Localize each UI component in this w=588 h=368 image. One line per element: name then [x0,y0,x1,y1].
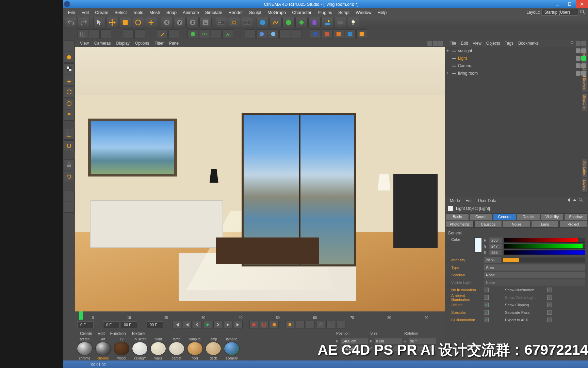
viewmenu-display[interactable]: Display [113,40,132,46]
material-chrome[interactable]: chrome [76,342,94,360]
cb-Show-Illumination[interactable]: ✓ [547,288,552,292]
text-icon[interactable]: A [222,29,233,39]
object-sunlight[interactable]: +sunlight [445,47,588,55]
world-axis-icon[interactable]: L [199,17,212,28]
attrtab-coord[interactable]: Coord. [470,213,493,220]
attrtab-noise[interactable]: Noise [503,221,530,228]
end-frame-field[interactable]: 90 F [147,321,163,328]
shader4-icon[interactable] [345,29,356,39]
sphere-green-icon[interactable] [187,29,198,39]
viewmenu-filter[interactable]: Filter [152,40,166,46]
sidetab-attributes[interactable]: Attributes [582,159,587,178]
render-region-icon[interactable] [228,17,240,28]
sidetab-layers[interactable]: Layers [582,178,587,193]
bevel-icon[interactable] [100,29,111,39]
shader1-icon[interactable] [310,29,321,39]
material-chrome[interactable]: chrome [94,342,112,360]
bucket-icon[interactable] [168,29,179,39]
color-swatch[interactable] [474,237,482,252]
key-pla-icon[interactable] [326,321,335,329]
viewmenu-view[interactable]: View [77,40,92,46]
menu-select[interactable]: Select [111,9,130,16]
magnet-icon[interactable] [64,140,75,151]
attrtab-shadow[interactable]: Shadow [564,213,587,220]
color-b-field[interactable]: 255 [489,250,502,255]
menu-help[interactable]: Help [375,9,390,16]
edge-mode-icon[interactable] [64,98,75,109]
menu-plugins[interactable]: Plugins [314,9,335,16]
cb-No-Illumination[interactable] [484,288,489,292]
menu-tools[interactable]: Tools [130,9,146,16]
enable-switch[interactable] [448,206,453,211]
attrtab-lens[interactable]: Lens [531,221,559,228]
cube-icon[interactable] [257,17,269,28]
cb-Export-to-AFX[interactable] [547,318,552,322]
attrmenu-user-data[interactable]: User Data [475,198,499,204]
attrtab-photometric[interactable]: Photometric [446,221,474,228]
shader2-icon[interactable] [322,29,332,39]
cb-GI-Illumination[interactable]: ✓ [484,318,489,322]
camera-icon[interactable] [334,17,346,28]
cb-Ambient-Illumination[interactable]: ✓ [484,295,489,300]
material-walls[interactable]: walls [149,342,167,360]
objmenu-bookmarks[interactable]: Bookmarks [516,40,541,46]
cur-frame-field[interactable]: 00 F [121,321,137,328]
attrtab-details[interactable]: Details [517,213,540,220]
matmenu-texture[interactable]: Texture [129,331,147,337]
polygon-mode-icon[interactable] [64,110,75,121]
workplane-icon[interactable] [64,75,75,86]
key-rot-icon[interactable] [306,321,315,329]
subdivide-icon[interactable] [77,29,88,39]
material-wood[interactable]: wood [113,342,130,360]
maximize-button[interactable] [564,0,576,8]
recent-tool-icon[interactable] [145,17,157,28]
menu-file[interactable]: File [65,9,78,16]
viewmenu-options[interactable]: Options [132,40,152,46]
rotate-tool-icon[interactable] [132,17,144,28]
material-scenery[interactable]: scenery [223,342,241,360]
next-frame-icon[interactable] [213,321,222,329]
step-back-icon[interactable] [183,321,192,329]
menu-animate[interactable]: Animate [180,9,202,16]
menu-snap[interactable]: Snap [163,9,180,16]
material-carpet[interactable]: carpet [168,342,185,360]
objmenu-objects[interactable]: Objects [484,40,503,46]
mat2-icon[interactable] [256,29,267,39]
attr-search-icon[interactable] [578,198,583,204]
cb-Separate-Pass[interactable] [547,310,552,315]
color-g-slider[interactable] [504,244,585,249]
object-tree[interactable]: ObjectsContent BrowserStructure +sunligh… [445,47,588,197]
attrtab-general[interactable]: General [493,213,516,220]
shader5-icon[interactable] [356,29,367,39]
material-floor[interactable]: floor [186,342,204,360]
menu-create[interactable]: Create [92,9,111,16]
color-r-field[interactable]: 233 [489,237,502,243]
cb-Specular[interactable]: ✓ [484,310,489,315]
light-icon[interactable] [347,17,359,28]
menu-script[interactable]: Script [335,9,353,16]
om-filter-icon[interactable] [581,41,586,46]
material-ceiling/f[interactable]: ceiling/f [131,342,149,360]
lock-icon[interactable] [64,159,75,170]
select-tool-icon[interactable] [93,17,105,28]
key-scale-icon[interactable] [296,321,305,329]
menu-render[interactable]: Render [225,9,246,16]
mat3-icon[interactable] [268,29,279,39]
attrmenu-mode[interactable]: Mode [447,198,463,204]
render-view-icon[interactable] [215,17,227,28]
close-button[interactable] [576,0,588,8]
cb-Show-Visible-Light[interactable]: ✓ [547,295,552,300]
timeline[interactable]: 0102030405060708090 [75,311,445,320]
start-frame-field[interactable]: 0 F [77,321,94,328]
key-opts-icon[interactable] [337,321,345,329]
paint-icon[interactable] [157,29,168,39]
intensity-slider[interactable] [502,258,585,262]
attrtab-basic[interactable]: Basic [446,213,469,220]
environment-icon[interactable] [321,17,333,28]
knife-icon[interactable] [134,29,145,39]
viewmenu-panel[interactable]: Panel [166,40,182,46]
render-settings-icon[interactable] [241,17,253,28]
mat4-icon[interactable] [279,29,290,39]
key-param-icon[interactable]: P [316,321,325,329]
prev-frame-field[interactable]: 0 F [103,321,119,328]
